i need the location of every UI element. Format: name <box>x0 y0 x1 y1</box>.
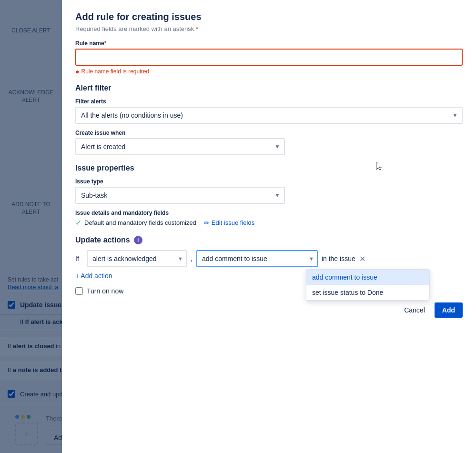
info-badge: i <box>134 236 142 244</box>
add-rule-modal: Add rule for creating issues Required fi… <box>62 0 476 453</box>
issue-type-select[interactable]: Sub-task <box>75 187 285 204</box>
issue-details-label: Issue details and mandatory fields <box>75 210 463 216</box>
rule-name-input[interactable] <box>75 49 463 66</box>
action-row: If alert is acknowledged ▼ , add comment… <box>75 250 463 267</box>
rule-name-error: ● Rule name field is required <box>75 68 463 75</box>
dropdown-item-set-status[interactable]: set issue status to Done <box>306 285 429 300</box>
modal-title: Add rule for creating issues <box>75 11 463 22</box>
add-button[interactable]: Add <box>435 302 463 318</box>
turn-on-now-checkbox[interactable] <box>75 287 83 295</box>
alert-filter-section: Alert filter <box>75 84 463 92</box>
filter-alerts-label: Filter alerts <box>75 98 463 105</box>
issue-properties-section: Issue properties <box>75 164 463 172</box>
edit-issue-fields-link[interactable]: ✏ Edit issue fields <box>204 219 254 227</box>
action-remove-button[interactable]: ✕ <box>359 254 365 263</box>
turn-on-now-label: Turn on now <box>87 287 123 295</box>
checkmark-icon: ✓ <box>75 218 81 227</box>
action-condition-select[interactable]: alert is acknowledged <box>87 250 187 267</box>
dropdown-item-add-comment[interactable]: add comment to issue <box>306 270 429 285</box>
create-issue-when-label: Create issue when <box>75 130 463 136</box>
rule-name-label: Rule name* <box>75 40 463 47</box>
issue-details-check: ✓ Default and mandatory fields customize… <box>75 218 196 227</box>
if-label: If <box>75 255 83 262</box>
cancel-button[interactable]: Cancel <box>398 302 431 318</box>
update-actions-header: Update actions i <box>75 236 463 244</box>
comma-separator: , <box>191 255 192 262</box>
create-issue-when-select[interactable]: Alert is created <box>75 138 285 155</box>
action-verb-dropdown: add comment to issue set issue status to… <box>306 269 430 301</box>
issue-type-label: Issue type <box>75 178 463 185</box>
action-verb-select[interactable]: add comment to issue <box>196 250 318 267</box>
action-trailing-label: in the issue <box>322 255 355 262</box>
required-note: Required fields are marked with an aster… <box>75 25 463 32</box>
filter-alerts-select[interactable]: All the alerts (no conditions in use) <box>75 107 463 124</box>
modal-footer: Cancel Add <box>75 302 463 318</box>
pencil-icon: ✏ <box>204 219 210 227</box>
